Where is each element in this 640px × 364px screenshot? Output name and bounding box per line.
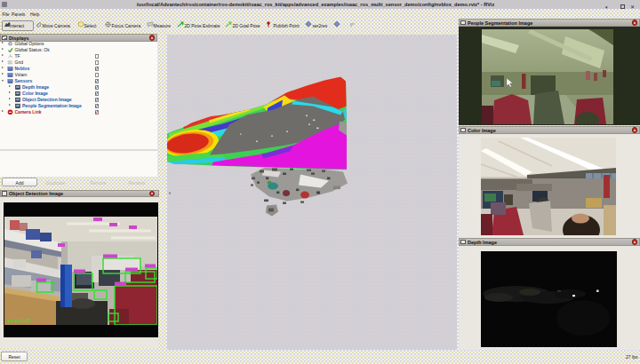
svg-text:person 0.87: person 0.87	[8, 318, 32, 323]
